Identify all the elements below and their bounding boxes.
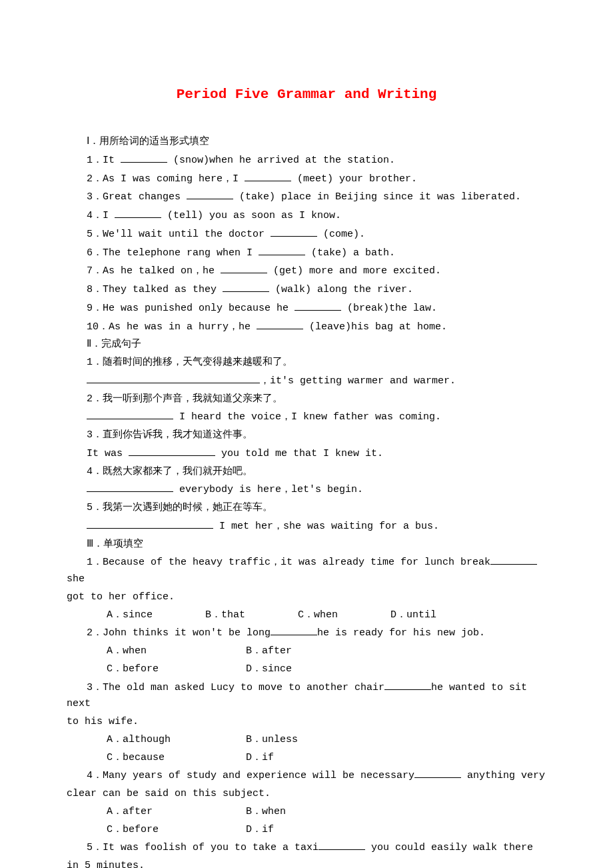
item-number: 2． [87,173,103,185]
option-b[interactable]: B．that [185,607,245,624]
s3-q4-options-row2: C．before D．if [67,822,546,839]
item-number: 10． [87,321,109,333]
option-a[interactable]: A．when [87,643,220,660]
blank-input[interactable] [414,767,461,778]
blank-input[interactable] [87,481,173,492]
item-post: (take) place in Beijing since it was lib… [233,191,521,203]
s2-item-3-cn: 3．直到你告诉我，我才知道这件事。 [67,427,546,444]
option-a[interactable]: A．after [87,804,220,821]
item-post: (meet) your brother. [291,173,417,185]
item-number: 4． [87,466,103,477]
item-number: 1． [87,155,103,166]
item-cn: 我第一次遇到她的时候，她正在等车。 [103,502,273,513]
blank-input[interactable] [259,245,305,255]
item-post: (take) a bath. [305,247,395,259]
section-3-header: Ⅲ．单项填空 [67,537,546,553]
blank-input[interactable] [221,263,267,273]
blank-input[interactable] [115,207,161,218]
option-d[interactable]: D．until [370,607,436,624]
option-d[interactable]: D．since [226,661,359,678]
item-pre: I [103,210,115,221]
q5-post: you could easily walk there [365,842,533,853]
s3-q2: 2．John thinks it won't be longhe is read… [67,625,546,642]
option-d[interactable]: D．if [226,822,359,839]
blank-input[interactable] [295,300,341,311]
item-pre: We'll wait until the doctor [103,229,271,240]
q4-post: anything very [461,770,545,781]
option-b[interactable]: B．unless [226,732,359,749]
s2-item-1-en: ，it's getting warmer and warmer. [67,373,546,390]
s2-item-4-cn: 4．既然大家都来了，我们就开始吧。 [67,464,546,481]
s1-item-8: 8．They talked as they (walk) along the r… [67,281,546,299]
blank-input[interactable] [223,281,269,292]
item-post: (snow)when he arrived at the station. [167,155,395,166]
item-number: 6． [87,247,103,259]
item-pre: They talked as they [103,284,223,295]
item-pre: As he talked on，he [103,265,221,277]
s3-q3: 3．The old man asked Lucy to move to anot… [67,679,546,713]
item-post: (get) more and more excited. [267,265,441,277]
option-a[interactable]: A．although [87,732,220,749]
option-d[interactable]: D．if [226,750,359,767]
q2-pre: 2．John thinks it won't be long [87,627,271,639]
item-tail: everybody is here，let's begin. [173,484,363,495]
s3-q4: 4．Many years of study and experience wil… [67,767,546,785]
item-pre: It [103,155,121,166]
blank-input[interactable] [187,189,233,199]
s3-q1-options: A．since B．that C．when D．until [67,607,546,624]
q4-pre: 4．Many years of study and experience wil… [67,768,414,785]
s3-q2-options-row1: A．when B．after [67,643,546,660]
blank-input[interactable] [318,839,365,850]
item-number: 3． [87,429,103,441]
item-lead: It was [87,448,129,459]
s1-item-5: 5．We'll wait until the doctor (come). [67,226,546,243]
blank-input[interactable] [121,152,167,163]
item-tail: I met her，she was waiting for a bus. [213,521,439,532]
blank-input[interactable] [87,409,173,419]
blank-input[interactable] [384,679,431,690]
item-pre: As I was coming here，I [103,173,245,185]
s3-q2-options-row2: C．before D．since [67,661,546,678]
blank-input[interactable] [87,518,213,529]
item-cn: 我一听到那个声音，我就知道父亲来了。 [103,393,283,405]
blank-input[interactable] [271,226,317,237]
option-b[interactable]: B．when [226,804,359,821]
blank-input[interactable] [490,554,537,565]
s3-q5-cont: in 5 minutes. [67,858,546,868]
item-post: (tell) you as soon as I know. [161,210,341,221]
item-number: 3． [87,191,103,203]
blank-input[interactable] [271,625,317,635]
option-b[interactable]: B．after [226,643,359,660]
s2-item-2-cn: 2．我一听到那个声音，我就知道父亲来了。 [67,391,546,408]
s1-item-9: 9．He was punished only because he (break… [67,300,546,317]
item-post: (walk) along the river. [269,284,413,295]
option-a[interactable]: A．since [87,607,153,624]
blank-input[interactable] [87,373,260,383]
item-number: 5． [87,229,103,240]
s3-q3-cont: to his wife. [67,714,546,731]
s3-q1: 1．Because of the heavy traffic，it was al… [67,554,546,588]
s3-q4-options-row1: A．after B．when [67,804,546,821]
item-cn: 直到你告诉我，我才知道这件事。 [103,429,253,441]
item-pre: He was punished only because he [103,303,295,314]
s3-q5: 5．It was foolish of you to take a taxi y… [67,839,546,857]
option-c[interactable]: C．before [87,661,220,678]
option-c[interactable]: C．before [87,822,220,839]
q1-post: she [67,573,85,585]
s1-item-10: 10．As he was in a hurry，he (leave)his ba… [67,319,546,336]
item-pre: The telephone rang when I [103,247,259,259]
option-c[interactable]: C．when [278,607,338,624]
blank-input[interactable] [245,171,291,181]
s2-item-3-en: It was you told me that I knew it. [67,445,546,463]
option-c[interactable]: C．because [87,750,220,767]
item-cn: 随着时间的推移，天气变得越来越暖和了。 [103,357,293,368]
item-pre: As he was in a hurry，he [109,321,257,333]
s1-item-2: 2．As I was coming here，I (meet) your bro… [67,171,546,188]
blank-input[interactable] [129,445,215,456]
item-number: 5． [87,502,103,513]
s1-item-6: 6．The telephone rang when I (take) a bat… [67,245,546,262]
section-2-header: Ⅱ．完成句子 [67,337,546,353]
item-post: (come). [317,229,365,240]
s3-q1-cont: got to her office. [67,589,546,606]
blank-input[interactable] [257,319,303,329]
